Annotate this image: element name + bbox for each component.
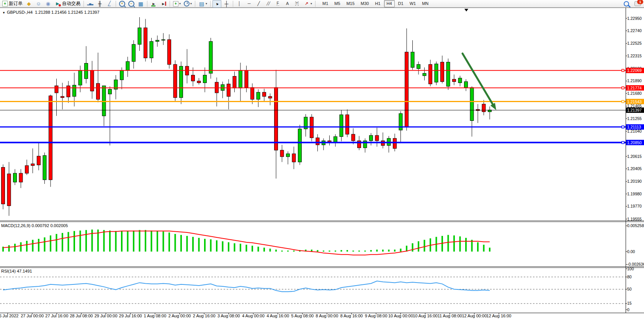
crosshair-icon [223,1,230,7]
autotrading-icon [54,1,61,7]
macd-histogram-bar [8,245,10,252]
auto-scroll-button[interactable] [149,0,158,8]
annotations-layer[interactable] [463,9,496,110]
date-label: 4 Aug 16:00 [266,314,289,318]
auto-scroll-icon [150,1,157,7]
macd-histogram-bar [418,241,419,252]
hline-handle[interactable] [622,141,624,144]
trend-arrow[interactable] [463,54,494,107]
autotrading-button[interactable]: 自动交易 [53,0,82,8]
fibonacci-button[interactable] [273,0,282,8]
candle-body [19,173,23,182]
text-label-button[interactable] [293,0,301,8]
date-label: 27 Jul 16:00 [45,314,68,318]
new-chart-button[interactable]: ▾ [172,0,182,8]
candle-body [470,88,474,121]
macd-histogram-bar [263,248,265,252]
candle-body [435,64,438,82]
chart-shift-marker-icon[interactable] [464,9,468,11]
macd-histogram-bar [186,236,188,252]
candles-layer[interactable] [2,17,492,216]
new-order-label: 新订单 [9,0,23,7]
period-button-m1[interactable]: M1 [320,0,331,7]
search-icon[interactable] [624,1,629,6]
crosshair-button[interactable] [222,0,231,8]
price-tick-label: 1.19770 [627,204,642,208]
candle-body [61,96,64,97]
line-chart-button[interactable] [105,0,114,8]
trendline-icon [255,1,262,7]
macd-histogram-bar [32,240,34,252]
macd-histogram-bar [50,236,51,252]
gold-ingot-button[interactable] [25,0,33,8]
toolbar-separator [83,1,84,7]
indicators-button[interactable]: ▾ [197,0,208,8]
period-buttons: M1M5M15M30H1H4D1W1MN [319,0,432,7]
chart-shift-button[interactable] [159,0,168,8]
cursor-button[interactable] [212,0,221,8]
macd-histogram-bar [127,231,129,252]
macd-histogram-bar [68,232,69,252]
candle-body [173,65,177,98]
notifications-icon[interactable]: 1 [634,1,641,6]
period-button-m15[interactable]: M15 [344,0,357,7]
macd-histogram-bar [109,231,111,252]
macd-histogram-bar [376,250,378,252]
toolbar-separator [195,1,195,7]
candle-body [73,85,76,96]
rsi-tick-label: 100 [627,266,634,271]
period-button-w1[interactable]: W1 [407,0,419,7]
dropdown-caret-icon[interactable]: ▾ [206,2,207,5]
period-button-m5[interactable]: M5 [332,0,343,7]
vertical-line-button[interactable] [235,0,244,8]
chart-menu-arrow-icon[interactable]: ▼ [2,11,5,15]
macd-histogram-bar [228,242,229,252]
candle-body [346,115,349,134]
dropdown-caret-icon[interactable]: ▾ [311,2,312,5]
macd-histogram-bar [210,239,212,252]
macd-histogram-bar [168,232,170,252]
hline-handle[interactable] [622,69,624,71]
autotrading-label: 自动交易 [62,0,80,7]
dropdown-caret-icon[interactable]: ▾ [179,2,181,5]
hline-handle[interactable] [622,126,624,128]
trendline-button[interactable] [254,0,263,8]
bar-chart-button[interactable] [86,0,95,8]
signal-button[interactable] [44,0,52,8]
period-button-mn[interactable]: MN [419,0,431,7]
new-order-button[interactable]: 新订单 [1,0,24,8]
hline-handle[interactable] [622,87,624,89]
accounts-button[interactable] [34,0,43,8]
hline-handle[interactable] [622,101,624,103]
zoom-out-button[interactable] [127,0,136,8]
tile-windows-button[interactable] [136,0,145,8]
tile-windows-icon [137,1,144,7]
price-tick-label: 1.22525 [627,41,642,45]
zoom-in-button[interactable] [118,0,126,8]
period-button-d1[interactable]: D1 [396,0,406,7]
rsi-line [3,281,490,292]
trend-arrow-head[interactable] [490,103,496,110]
price-badge-label: 1.22069 [627,68,642,73]
equidistant-channel-button[interactable] [264,0,273,8]
macd-histogram-bar [175,234,176,252]
candle-body [126,62,129,70]
price-chart[interactable]: 1.229501.227401.225251.223151.221001.218… [0,0,644,320]
horizontal-line-icon [246,1,252,7]
rsi-tick-label: 0 [627,307,629,312]
rsi-tick-label: 50 [627,287,632,291]
period-button-h1[interactable]: H1 [372,0,383,7]
period-button-h4[interactable]: H4 [384,0,395,7]
horizontal-line-button[interactable] [245,0,253,8]
arrows-button[interactable]: ▾ [302,0,313,8]
chart-profiles-button[interactable]: ▾ [183,0,193,8]
dropdown-caret-icon[interactable]: ▾ [190,2,192,5]
macd-histogram-bar [252,246,253,252]
chart-shift-icon [160,1,167,7]
text-button[interactable] [283,0,292,8]
macd-histogram-bar [139,230,141,252]
candle-body [233,76,236,88]
candlestick-chart-button[interactable] [95,0,104,8]
period-button-m30[interactable]: M30 [358,0,371,7]
candle-body [227,84,230,96]
